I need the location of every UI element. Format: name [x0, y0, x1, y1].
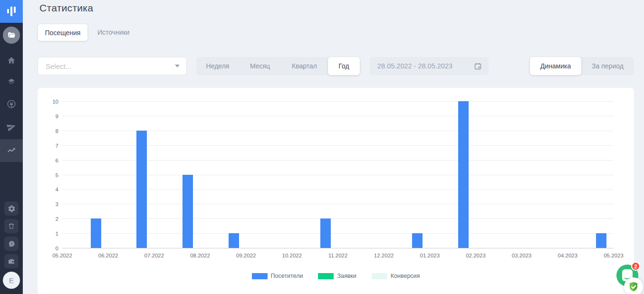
date-range-field[interactable]: 28.05.2022 - 28.05.2023: [370, 57, 489, 75]
chart-legend: ПосетителиЗаявкиКонверсия: [38, 273, 634, 279]
sidebar-item-send[interactable]: [0, 115, 23, 138]
select-placeholder: Select...: [46, 62, 175, 70]
x-axis-tick-label: 10.2022: [282, 253, 302, 258]
home-icon: [7, 56, 16, 65]
gear-icon: [8, 205, 16, 213]
y-axis-tick-label: 3: [41, 201, 58, 207]
bar-02.2023: [458, 101, 469, 248]
filter-select[interactable]: Select...: [38, 57, 187, 75]
trend-chart-icon: [6, 145, 17, 156]
wallet-icon: [8, 257, 15, 265]
bar-11.2022: [320, 218, 331, 248]
x-axis-tick-label: 09.2022: [236, 253, 256, 258]
svg-text:?: ?: [10, 241, 13, 246]
sidebar-item-statistics[interactable]: [0, 139, 23, 162]
x-axis-tick-label: 04.2023: [558, 253, 578, 258]
y-axis-tick-label: 2: [41, 216, 58, 222]
x-axis-tick-label: 11.2022: [328, 253, 348, 258]
layers-icon: [7, 77, 16, 86]
shield-check-icon: [627, 281, 640, 293]
view-button-period[interactable]: За период: [581, 57, 634, 75]
tab-sources-label: Источники: [97, 28, 130, 36]
period-button-quarter[interactable]: Квартал: [281, 57, 328, 75]
bar-01.2023: [412, 233, 423, 248]
app-logo[interactable]: [0, 0, 23, 23]
sidebar-item-layers[interactable]: [0, 70, 23, 93]
legend-swatch: [372, 273, 387, 279]
logo-bar-icon: [10, 7, 12, 16]
sidebar-item-integrations[interactable]: [0, 93, 23, 115]
sidebar-item-trash[interactable]: [4, 219, 19, 233]
bar-08.2022: [183, 175, 193, 248]
chevron-down-icon: [175, 65, 180, 67]
view-button-dynamics[interactable]: Динамика: [530, 57, 581, 75]
y-axis-tick-label: 10: [41, 99, 58, 104]
x-axis-tick-label: 02.2023: [466, 253, 486, 258]
x-axis-tick-label: 12.2022: [374, 253, 394, 258]
tab-sources[interactable]: Источники: [97, 24, 130, 41]
legend-label: Заявки: [337, 273, 356, 279]
y-axis-tick-label: 6: [41, 158, 58, 163]
y-axis-tick-label: 4: [41, 187, 58, 192]
date-range-value: 28.05.2022 - 28.05.2023: [377, 62, 474, 70]
x-axis-tick-label: 01.2023: [420, 253, 440, 258]
y-axis-tick-label: 1: [41, 231, 58, 237]
y-axis-tick-label: 9: [41, 114, 58, 119]
sidebar: ? E: [0, 0, 23, 294]
trash-icon: [8, 222, 15, 230]
x-axis-tick-label: 08.2022: [190, 253, 210, 258]
tab-visits[interactable]: Посещения: [38, 24, 87, 41]
legend-label: Посетители: [271, 273, 303, 279]
sidebar-item-projects[interactable]: [3, 27, 20, 44]
sidebar-item-settings[interactable]: [4, 201, 19, 216]
shield-badge[interactable]: [624, 277, 643, 294]
y-axis-tick-label: 7: [41, 143, 58, 149]
x-axis-tick-label: 03.2023: [512, 253, 532, 258]
gridline: [62, 116, 614, 116]
avatar-letter: E: [9, 276, 14, 285]
gridline: [62, 101, 614, 102]
chat-unread-badge: 2: [631, 262, 640, 271]
period-button-group: Неделя Месяц Квартал Год: [196, 57, 360, 75]
bar-09.2022: [229, 233, 239, 248]
view-toggle-group: Динамика За период: [530, 57, 634, 75]
period-button-year[interactable]: Год: [328, 57, 360, 75]
user-avatar[interactable]: E: [3, 272, 20, 289]
plug-icon: [6, 99, 17, 109]
send-icon: [5, 121, 17, 133]
sidebar-item-help[interactable]: ?: [4, 237, 19, 251]
bar-06.2022: [91, 218, 101, 248]
help-chat-icon: ?: [8, 240, 16, 248]
bar-05.2023: [596, 233, 606, 248]
x-axis-tick-label: 05.2023: [604, 253, 624, 258]
y-axis-tick-label: 0: [41, 246, 58, 251]
bar-chart-plot-area: 01234567891005.202206.202207.202208.2022…: [62, 101, 614, 248]
legend-item: Конверсия: [372, 273, 420, 279]
y-axis-tick-label: 8: [41, 128, 58, 134]
legend-swatch: [252, 273, 268, 279]
logo-bar-icon: [14, 7, 16, 13]
period-button-week[interactable]: Неделя: [196, 57, 239, 75]
page-title: Статистика: [39, 2, 93, 14]
sidebar-item-home[interactable]: [0, 49, 23, 72]
x-axis-tick-label: 07.2022: [144, 253, 164, 258]
x-axis-tick-label: 06.2022: [98, 253, 118, 258]
chart-panel: 01234567891005.202206.202207.202208.2022…: [38, 88, 634, 294]
folder-open-icon: [7, 31, 16, 39]
tab-visits-label: Посещения: [45, 29, 81, 37]
legend-item: Посетители: [252, 273, 303, 279]
period-button-month[interactable]: Месяц: [239, 57, 281, 75]
calendar-icon: [474, 62, 482, 70]
legend-item: Заявки: [318, 273, 356, 279]
sidebar-item-wallet[interactable]: [4, 254, 19, 268]
y-axis-tick-label: 5: [41, 172, 58, 178]
legend-label: Конверсия: [391, 273, 420, 279]
x-axis-tick-label: 05.2022: [52, 253, 72, 258]
logo-bar-icon: [7, 9, 9, 13]
bar-07.2022: [136, 131, 147, 248]
legend-swatch: [318, 273, 334, 279]
